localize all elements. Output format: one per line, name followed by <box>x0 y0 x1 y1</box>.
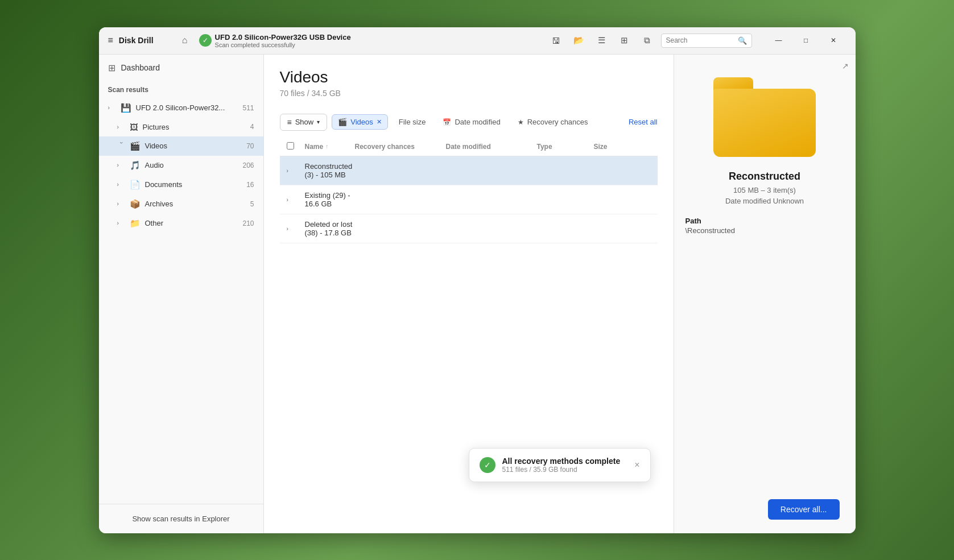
sidebar-other-count: 210 <box>237 219 254 227</box>
row-name-existing: Existing (29) - 16.6 GB <box>305 191 355 208</box>
videos-filter-chip[interactable]: 🎬 Videos ✕ <box>332 114 388 130</box>
sidebar-documents-label: Documents <box>145 180 233 189</box>
show-filter-label: Show <box>295 118 314 126</box>
table-row[interactable]: › Deleted or lost (38) - 17.8 GB <box>280 214 658 243</box>
archives-icon: 📦 <box>130 199 141 209</box>
sidebar-item-other[interactable]: › 📁 Other 210 <box>99 214 263 233</box>
detail-panel: ↗ Reconstructed 105 MB – 3 item(s) Date … <box>674 55 856 533</box>
detail-name: Reconstructed <box>729 171 800 182</box>
close-button[interactable]: ✕ <box>820 32 846 49</box>
sidebar-item-dashboard[interactable]: ⊞ Dashboard <box>99 55 263 81</box>
dashboard-grid-icon: ⊞ <box>108 63 115 73</box>
reset-all-button[interactable]: Reset all <box>629 118 658 126</box>
grid-view-button[interactable]: ⊞ <box>616 31 634 49</box>
titlebar-left: ≡ Disk Drill <box>108 35 154 45</box>
table-header: Name ↑ Recovery chances Date modified Ty… <box>280 138 658 156</box>
toast-check-icon: ✓ <box>480 457 495 473</box>
expand-icon: › <box>287 197 288 203</box>
compare-view-icon: ⧉ <box>644 35 650 45</box>
search-input[interactable] <box>666 36 734 44</box>
titlebar-center: ⌂ ✓ UFD 2.0 Silicon-Power32G USB Device … <box>176 32 351 49</box>
sidebar-item-audio[interactable]: › 🎵 Audio 206 <box>99 156 263 175</box>
folder-body <box>713 89 816 157</box>
show-filter-button[interactable]: ≡ Show ▾ <box>280 114 328 131</box>
recover-all-button[interactable]: Recover all... <box>768 499 840 520</box>
table-row[interactable]: › Reconstructed (3) - 105 MB <box>280 156 658 185</box>
sidebar-other-label: Other <box>145 219 233 227</box>
name-column-header[interactable]: Name ↑ <box>305 143 355 151</box>
select-all-checkbox[interactable] <box>287 142 305 151</box>
sidebar-footer: Show scan results in Explorer <box>99 504 263 533</box>
search-box: 🔍 <box>661 34 752 48</box>
sidebar-videos-label: Videos <box>145 142 233 150</box>
recovery-chances-column-header: Recovery chances <box>355 143 446 151</box>
hamburger-icon[interactable]: ≡ <box>108 35 113 45</box>
external-link-icon[interactable]: ↗ <box>842 61 849 70</box>
detail-date-modified: Date modified Unknown <box>725 197 804 205</box>
row-checkbox-existing[interactable]: › <box>287 195 305 204</box>
main-content: ⊞ Dashboard Scan results › 💾 UFD 2.0 Sil… <box>99 55 856 533</box>
sidebar-item-archives[interactable]: › 📦 Archives 5 <box>99 194 263 214</box>
chevron-right-icon: › <box>117 220 125 226</box>
sidebar-item-videos[interactable]: › 🎬 Videos 70 <box>99 136 263 156</box>
compare-view-button[interactable]: ⧉ <box>638 31 656 49</box>
select-all-input[interactable] <box>287 142 294 150</box>
star-icon: ★ <box>518 118 524 126</box>
sidebar-audio-count: 206 <box>237 161 254 169</box>
maximize-button[interactable]: □ <box>793 32 819 49</box>
size-column-header: Size <box>594 143 651 151</box>
videos-icon: 🎬 <box>130 141 141 151</box>
app-title: Disk Drill <box>119 36 154 45</box>
row-checkbox-reconstructed[interactable]: › <box>287 166 305 175</box>
other-icon: 📁 <box>130 218 141 229</box>
deleted-group: › Deleted or lost (38) - 17.8 GB <box>280 214 658 243</box>
sidebar-ufd-count: 511 <box>237 104 254 112</box>
chevron-right-icon: › <box>117 162 125 168</box>
minimize-button[interactable]: — <box>766 32 792 49</box>
toast-subtitle: 511 files / 35.9 GB found <box>502 466 628 474</box>
dashboard-label: Dashboard <box>121 63 160 72</box>
toast-close-button[interactable]: × <box>634 460 639 470</box>
titlebar: ≡ Disk Drill ⌂ ✓ UFD 2.0 Silicon-Power32… <box>99 27 856 55</box>
list-view-button[interactable]: ☰ <box>593 31 611 49</box>
sidebar-archives-count: 5 <box>237 200 254 208</box>
sidebar-ufd-label: UFD 2.0 Silicon-Power32... <box>136 103 233 112</box>
search-icon: 🔍 <box>738 36 747 45</box>
grid-view-icon: ⊞ <box>621 35 628 45</box>
sidebar-item-ufd[interactable]: › 💾 UFD 2.0 Silicon-Power32... 511 <box>99 98 263 118</box>
sidebar-documents-count: 16 <box>237 181 254 189</box>
file-size-filter[interactable]: File size <box>393 114 432 130</box>
row-checkbox-deleted[interactable]: › <box>287 224 305 233</box>
toast-title: All recovery methods complete <box>502 457 628 466</box>
sidebar-pictures-count: 4 <box>237 123 254 131</box>
show-explorer-button[interactable]: Show scan results in Explorer <box>108 511 254 526</box>
filter-icon: ≡ <box>287 118 292 127</box>
home-button[interactable]: ⌂ <box>176 32 193 49</box>
table-row[interactable]: › Existing (29) - 16.6 GB <box>280 185 658 214</box>
calendar-icon: 📅 <box>443 118 451 126</box>
close-icon: ✕ <box>831 36 836 44</box>
folder-icon-button[interactable]: 📂 <box>570 31 588 49</box>
chevron-right-icon: › <box>108 105 116 111</box>
file-summary: 70 files / 34.5 GB <box>280 89 658 98</box>
videos-chip-close-icon[interactable]: ✕ <box>377 118 382 126</box>
reconstructed-group: › Reconstructed (3) - 105 MB <box>280 156 658 185</box>
toast-notification: ✓ All recovery methods complete 511 file… <box>469 448 651 482</box>
recovery-chances-filter[interactable]: ★ Recovery chances <box>511 114 594 130</box>
chevron-down-icon: › <box>118 142 124 150</box>
date-modified-filter[interactable]: 📅 Date modified <box>436 114 506 130</box>
recovery-chances-label: Recovery chances <box>527 118 588 126</box>
expand-icon: › <box>287 226 288 232</box>
sidebar-videos-count: 70 <box>237 142 254 150</box>
scan-status-label: Scan completed successfully <box>215 42 351 48</box>
save-icon-button[interactable]: 🖫 <box>547 31 565 49</box>
type-column-header: Type <box>537 143 594 151</box>
sidebar-pictures-label: Pictures <box>143 123 233 131</box>
sidebar-archives-label: Archives <box>145 200 233 208</box>
sidebar-item-pictures[interactable]: › 🖼 Pictures 4 <box>99 118 263 136</box>
detail-size-info: 105 MB – 3 item(s) <box>733 186 796 194</box>
videos-chip-label: Videos <box>350 118 373 126</box>
sidebar-item-documents[interactable]: › 📄 Documents 16 <box>99 175 263 194</box>
panel-header: Videos 70 files / 34.5 GB <box>264 55 674 114</box>
file-size-filter-label: File size <box>399 118 426 126</box>
